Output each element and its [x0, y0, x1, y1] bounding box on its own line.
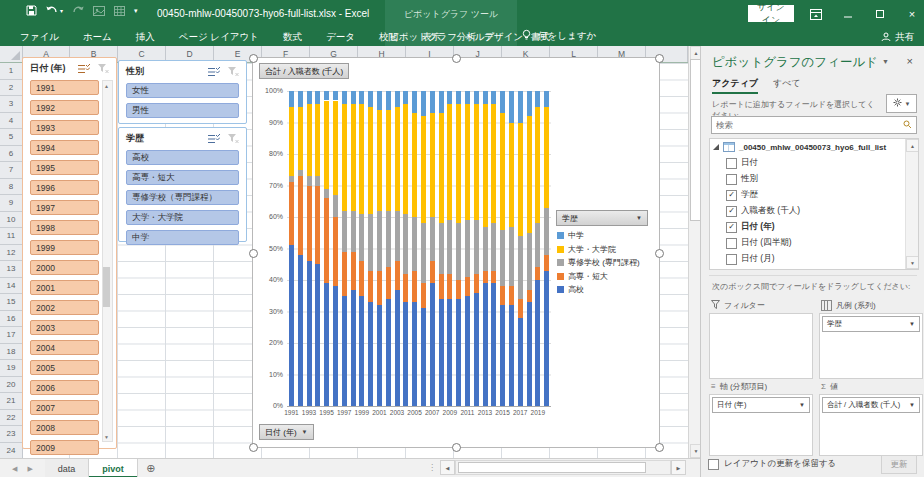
ribbon-tab-挿入[interactable]: 挿入	[124, 29, 167, 46]
slicer-item-2005[interactable]: 2005	[30, 360, 99, 375]
ribbon-tab-数式[interactable]: 数式	[271, 29, 314, 46]
zone-field-日付 (年)[interactable]: 日付 (年)▼	[712, 397, 810, 413]
selection-handle[interactable]	[655, 54, 664, 63]
row-header-12[interactable]: 12	[0, 245, 22, 262]
row-header-3[interactable]: 3	[0, 96, 22, 113]
sign-in-button[interactable]: サインイン	[748, 5, 794, 22]
slicer-item-1994[interactable]: 1994	[30, 140, 99, 155]
row-header-6[interactable]: 6	[0, 146, 22, 163]
field-item-日付 (年)[interactable]: ✓日付 (年)	[710, 219, 918, 235]
row-header-11[interactable]: 11	[0, 228, 22, 245]
row-header-7[interactable]: 7	[0, 162, 22, 179]
slicer-item-1992[interactable]: 1992	[30, 100, 99, 115]
ribbon-display-options-icon[interactable]	[810, 8, 822, 20]
slicer-item-1997[interactable]: 1997	[30, 200, 99, 215]
new-sheet-button[interactable]: ⊕	[138, 459, 164, 477]
slicer-item-2003[interactable]: 2003	[30, 320, 99, 335]
slicer-item-女性[interactable]: 女性	[126, 83, 239, 98]
row-header-5[interactable]: 5	[0, 129, 22, 146]
multi-select-icon[interactable]	[75, 62, 92, 75]
scroll-track[interactable]	[455, 460, 671, 475]
checkbox-icon[interactable]	[726, 238, 737, 249]
checkbox-icon[interactable]: ✓	[726, 206, 737, 217]
horizontal-scrollbar[interactable]: ⋮ ◀ ▶	[428, 461, 686, 474]
row-header-1[interactable]: 1	[0, 63, 22, 80]
field-item-日付 (四半期)[interactable]: 日付 (四半期)	[710, 235, 918, 251]
sheet-tab-data[interactable]: data	[45, 459, 90, 477]
selection-handle[interactable]	[655, 443, 664, 452]
qat-customize-icon[interactable]: ▾	[134, 7, 138, 15]
row-header-14[interactable]: 14	[0, 278, 22, 295]
checkbox-icon[interactable]	[726, 254, 737, 265]
slicer-item-大学・大学院[interactable]: 大学・大学院	[126, 210, 239, 225]
slicer-item-2000[interactable]: 2000	[30, 260, 99, 275]
values-zone[interactable]: 合計 / 入職者数 (千人)▼	[819, 394, 923, 456]
checkbox-icon[interactable]	[726, 174, 737, 185]
ribbon-tab-ピボットグラフ分析[interactable]: ピボットグラフ分析	[385, 29, 480, 46]
update-button[interactable]: 更新	[881, 455, 917, 474]
slicer-item-高専・短大[interactable]: 高専・短大	[126, 170, 239, 185]
chart-legend-field-button[interactable]: 学歴▼	[556, 210, 648, 226]
scroll-down-icon[interactable]: ▼	[103, 432, 110, 441]
minimize-icon[interactable]	[842, 8, 854, 20]
scroll-right-icon[interactable]: ▶	[671, 460, 686, 475]
slicer-item-1995[interactable]: 1995	[30, 160, 99, 175]
slicer-date-year[interactable]: 日付 (年) 199119921993199419951996199719981…	[22, 57, 117, 449]
slicer-item-1991[interactable]: 1991	[30, 80, 99, 95]
legend-item-専修学校 (専門課程)[interactable]: 専修学校 (専門課程)	[557, 257, 640, 268]
legend-series-zone[interactable]: 学歴▼	[819, 313, 923, 379]
plot-area[interactable]	[287, 91, 551, 407]
axis-categories-zone[interactable]: 日付 (年)▼	[709, 394, 813, 456]
pivot-chart[interactable]: 合計 / 入職者数 (千人) 学歴▼ 中学大学・大学院専修学校 (専門課程)高専…	[252, 57, 660, 448]
row-header-22[interactable]: 22	[0, 410, 22, 427]
row-header-24[interactable]: 24	[0, 443, 22, 460]
field-list-scrollbar[interactable]: ▲ ▼	[905, 139, 918, 269]
tab-active[interactable]: アクティブ	[712, 77, 758, 94]
field-item-性別[interactable]: 性別	[710, 171, 918, 187]
zone-field-学歴[interactable]: 学歴▼	[822, 316, 920, 332]
legend-item-大学・大学院[interactable]: 大学・大学院	[557, 244, 616, 255]
field-list-table-row[interactable]: _00450_mhlw_00450073_hyo6_full_list	[710, 139, 918, 155]
row-header-18[interactable]: 18	[0, 344, 22, 361]
legend-item-高校[interactable]: 高校	[557, 284, 584, 295]
selection-handle[interactable]	[249, 443, 258, 452]
checkbox-icon[interactable]	[726, 158, 737, 169]
scroll-down-icon[interactable]: ▼	[906, 256, 919, 269]
selection-handle[interactable]	[249, 54, 258, 63]
row-header-20[interactable]: 20	[0, 377, 22, 394]
undo-button[interactable]: ▾	[46, 5, 63, 16]
chart-value-field-button[interactable]: 合計 / 入職者数 (千人)	[259, 63, 349, 79]
ribbon-tab-ファイル[interactable]: ファイル	[8, 29, 71, 46]
maximize-icon[interactable]	[874, 8, 886, 20]
tell-me-box[interactable]: 何をしますか	[521, 29, 596, 43]
ribbon-tab-デザイン[interactable]: デザイン	[480, 29, 527, 46]
selection-handle[interactable]	[452, 443, 461, 452]
slicer-item-1993[interactable]: 1993	[30, 120, 99, 135]
pane-options-icon[interactable]: ▼	[882, 58, 889, 65]
selection-handle[interactable]	[655, 249, 664, 258]
filters-zone[interactable]	[709, 313, 813, 379]
field-item-日付 (月)[interactable]: 日付 (月)	[710, 251, 918, 267]
checkbox-icon[interactable]: ✓	[726, 222, 737, 233]
row-header-21[interactable]: 21	[0, 393, 22, 410]
slicer-item-高校[interactable]: 高校	[126, 150, 239, 165]
multi-select-icon[interactable]	[205, 132, 222, 145]
multi-select-icon[interactable]	[205, 65, 222, 78]
row-header-15[interactable]: 15	[0, 294, 22, 311]
ribbon-tab-ホーム[interactable]: ホーム	[71, 29, 124, 46]
row-header-4[interactable]: 4	[0, 113, 22, 130]
field-item-学歴[interactable]: ✓学歴	[710, 187, 918, 203]
row-header-16[interactable]: 16	[0, 311, 22, 328]
redo-icon[interactable]	[72, 5, 84, 16]
slicer-item-1999[interactable]: 1999	[30, 240, 99, 255]
clear-filter-icon[interactable]	[95, 62, 112, 75]
slicer-item-専修学校（専門課程）[interactable]: 専修学校（専門課程）	[126, 190, 239, 205]
slicer-item-2006[interactable]: 2006	[30, 380, 99, 395]
close-icon[interactable]: ×	[906, 8, 918, 20]
row-header-10[interactable]: 10	[0, 212, 22, 229]
slicer-item-2008[interactable]: 2008	[30, 420, 99, 435]
slicer-item-1996[interactable]: 1996	[30, 180, 99, 195]
selection-handle[interactable]	[452, 54, 461, 63]
legend-item-中学[interactable]: 中学	[557, 230, 584, 241]
slicer-education[interactable]: 学歴 高校高専・短大専修学校（専門課程）大学・大学院中学	[118, 127, 247, 242]
